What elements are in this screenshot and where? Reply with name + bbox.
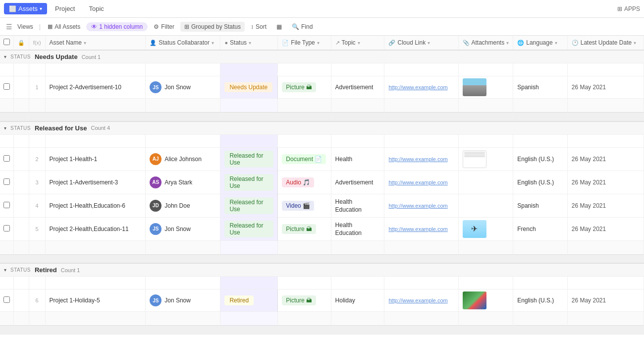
- status-collab-col-header[interactable]: 👤 Status Collabarator ▾: [146, 36, 220, 50]
- spacer-row: [0, 63, 644, 76]
- cloud-link-label: Cloud Link: [397, 39, 426, 46]
- row-cloud-link[interactable]: http://www.example.com: [384, 290, 458, 312]
- table-row: 4 Project 1-Health,Education-6 JD John D…: [0, 194, 644, 217]
- file-type-sort-icon: ▾: [317, 40, 320, 46]
- row-file-type: Audio 🎵: [278, 171, 331, 194]
- row-checkbox[interactable]: [0, 217, 13, 240]
- row-date: 26 May 2021: [567, 171, 644, 194]
- row-collaborator: JS Jon Snow: [146, 290, 220, 312]
- row-num: 2: [29, 147, 45, 171]
- topic-tab[interactable]: Topic: [83, 3, 109, 14]
- row-status: Needs Update: [220, 76, 278, 99]
- date-label: Latest Update Date: [581, 39, 632, 46]
- columns-button[interactable]: ▦: [272, 22, 286, 32]
- row-asset-name: Project 2-Advertisement-10: [45, 76, 146, 99]
- row-attachment: [458, 171, 513, 194]
- row-language: Spanish: [513, 194, 568, 217]
- main-table: 🔒 f(x) Asset Name ▾ 👤 Status Collabarato…: [0, 36, 644, 335]
- row-topic: Holiday: [331, 290, 384, 312]
- row-lock: [13, 217, 29, 240]
- group-separator: [0, 254, 644, 263]
- group-separator: [0, 113, 644, 121]
- group-chevron[interactable]: ▾: [4, 125, 6, 131]
- row-lock: [13, 147, 29, 171]
- lang-sort-icon: ▾: [555, 40, 557, 46]
- group-status-sublabel: STATUS: [10, 125, 31, 131]
- row-cloud-link[interactable]: http://www.example.com: [384, 171, 458, 194]
- row-topic: Advertisement: [331, 76, 384, 99]
- row-asset-name: Project 1-Advertisement-3: [45, 171, 146, 194]
- attachments-label: Attachments: [472, 39, 505, 46]
- filter-button[interactable]: ⚙ Filter: [150, 22, 178, 32]
- topic-label: Topic: [342, 39, 356, 46]
- lock-col-header: 🔒: [13, 36, 29, 50]
- row-lock: [13, 171, 29, 194]
- row-checkbox[interactable]: [0, 290, 13, 312]
- fn-col-header: f(x): [29, 36, 45, 50]
- row-attachment: [458, 76, 513, 99]
- row-checkbox[interactable]: [0, 76, 13, 99]
- link-icon: ↗: [335, 40, 340, 46]
- asset-name-col-header[interactable]: Asset Name ▾: [45, 36, 146, 50]
- calendar-icon: 🕐: [572, 40, 579, 46]
- find-button[interactable]: 🔍 Find: [288, 22, 317, 32]
- attach-sort-icon: ▾: [506, 40, 509, 46]
- group-count: Count 4: [91, 125, 110, 131]
- project-tab[interactable]: Project: [49, 3, 81, 14]
- language-col-header[interactable]: 🌐 Language ▾: [513, 36, 568, 50]
- row-checkbox[interactable]: [0, 171, 13, 194]
- row-checkbox[interactable]: [0, 194, 13, 217]
- topic-col-header[interactable]: ↗ Topic ▾: [331, 36, 384, 50]
- topic-sort-icon: ▾: [358, 40, 360, 46]
- date-col-header[interactable]: 🕐 Latest Update Date ▾: [567, 36, 644, 50]
- asset-name-sort-icon: ▾: [84, 40, 86, 46]
- row-date: 26 May 2021: [567, 290, 644, 312]
- row-date: 26 May 2021: [567, 217, 644, 240]
- group-name: Released for Use: [35, 124, 87, 132]
- row-cloud-link[interactable]: http://www.example.com: [384, 76, 458, 99]
- grid-icon: ▦: [48, 23, 53, 30]
- file-type-label: File Type: [291, 39, 315, 46]
- row-language: French: [513, 217, 568, 240]
- spacer-row: [0, 277, 644, 290]
- assets-label: Assets: [18, 5, 38, 12]
- group-chevron[interactable]: ▾: [4, 267, 6, 273]
- assets-tab[interactable]: ⬜ Assets ▾: [4, 3, 47, 14]
- table-row: 5 Project 2-Health,Education-11 JS Jon S…: [0, 217, 644, 240]
- row-checkbox[interactable]: [0, 147, 13, 171]
- file-type-col-header[interactable]: 📄 File Type ▾: [278, 36, 331, 50]
- row-topic: Health Education: [331, 194, 384, 217]
- status-col-header[interactable]: ● Status ▾: [220, 36, 278, 50]
- table-row: 6 Project 1-Holiday-5 JS Jon Snow Retire…: [0, 290, 644, 312]
- grouped-by-button[interactable]: ⊞ Grouped by Status: [180, 22, 245, 32]
- status-label: Status: [230, 39, 247, 46]
- row-cloud-link[interactable]: http://www.example.com: [384, 217, 458, 240]
- row-topic: Health: [331, 147, 384, 171]
- hidden-column-badge[interactable]: 👁 1 hidden column: [86, 22, 148, 31]
- attachments-col-header[interactable]: 📎 Attachments ▾: [458, 36, 513, 50]
- row-cloud-link[interactable]: http://www.example.com: [384, 147, 458, 171]
- row-file-type: Video 🎬: [278, 194, 331, 217]
- apps-button[interactable]: ⊞ APPS: [617, 5, 640, 12]
- row-file-type: Picture 🏔: [278, 76, 331, 99]
- table-row: 1 Project 2-Advertisement-10 JS Jon Snow…: [0, 76, 644, 99]
- sort-icon: ↕: [251, 23, 254, 30]
- paperclip-icon: 📎: [463, 40, 470, 46]
- cloud-sort-icon: ▾: [428, 40, 430, 46]
- all-assets-button[interactable]: ▦ All Assets: [44, 22, 84, 32]
- views-label[interactable]: Views: [14, 22, 36, 31]
- select-all-checkbox[interactable]: [3, 39, 10, 45]
- row-cloud-link[interactable]: http://www.example.com: [384, 194, 458, 217]
- group-chevron[interactable]: ▾: [4, 54, 6, 59]
- group-count: Count 1: [61, 267, 80, 273]
- row-asset-name: Project 1-Health,Education-6: [45, 194, 146, 217]
- globe-icon: 🌐: [517, 40, 524, 46]
- asset-name-header-label: Asset Name: [50, 39, 82, 46]
- sort-button[interactable]: ↕ Sort: [247, 22, 270, 32]
- status-collab-label: Status Collabarator: [159, 39, 210, 46]
- cloud-link-col-header[interactable]: 🔗 Cloud Link ▾: [384, 36, 458, 50]
- hamburger-icon: ☰: [6, 23, 12, 31]
- row-num: 4: [29, 194, 45, 217]
- empty-add-row: [0, 240, 644, 254]
- row-collaborator: JD John Doe: [146, 194, 220, 217]
